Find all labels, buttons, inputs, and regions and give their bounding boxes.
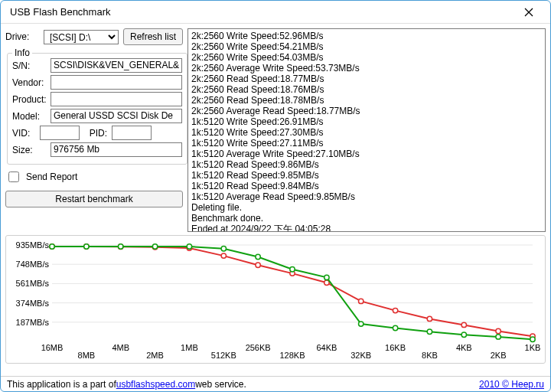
- log-panel[interactable]: 2k:2560 Write Speed:52.96MB/s 2k:2560 Wr…: [187, 28, 546, 232]
- product-label: Product:: [12, 94, 46, 105]
- svg-point-48: [256, 254, 260, 259]
- svg-text:2MB: 2MB: [146, 351, 164, 360]
- model-field[interactable]: General USSD SCSI Disk De: [51, 109, 182, 123]
- svg-text:8MB: 8MB: [78, 351, 96, 360]
- svg-text:8KB: 8KB: [422, 351, 438, 360]
- svg-point-44: [119, 244, 123, 249]
- footer-link[interactable]: usbflashspeed.com: [116, 379, 195, 390]
- svg-text:1MB: 1MB: [181, 343, 198, 352]
- sn-field[interactable]: SCSI\DISK&VEN_GENERAL&: [51, 58, 182, 73]
- drive-select[interactable]: [SCSI] D:\: [44, 30, 119, 44]
- svg-text:561MB/s: 561MB/s: [16, 279, 50, 288]
- svg-text:16KB: 16KB: [385, 343, 406, 352]
- svg-point-32: [221, 253, 226, 258]
- app-window: USB Flash Benchmark Drive: [SCSI] D:\ Re…: [0, 0, 551, 392]
- product-field[interactable]: [51, 92, 182, 106]
- svg-point-50: [324, 275, 329, 279]
- info-group: Info S/N:SCSI\DISK&VEN_GENERAL& Vendor: …: [7, 53, 187, 165]
- svg-text:4MB: 4MB: [112, 343, 129, 352]
- model-label: Model:: [12, 111, 46, 122]
- send-report-label: Send Report: [26, 172, 77, 182]
- svg-point-52: [393, 325, 397, 330]
- drive-row: Drive: [SCSI] D:\ Refresh list: [5, 28, 183, 45]
- svg-point-39: [461, 322, 466, 327]
- svg-text:128KB: 128KB: [279, 351, 305, 360]
- close-icon: [524, 8, 533, 17]
- restart-button[interactable]: Restart benchmark: [5, 191, 183, 207]
- svg-text:2KB: 2KB: [491, 351, 507, 360]
- svg-point-43: [84, 244, 89, 249]
- vid-label: VID:: [12, 128, 35, 139]
- send-report-checkbox[interactable]: [8, 172, 19, 182]
- content-area: Drive: [SCSI] D:\ Refresh list Info S/N:…: [1, 24, 550, 376]
- svg-point-47: [221, 247, 226, 251]
- svg-text:1KB: 1KB: [525, 343, 540, 352]
- close-button[interactable]: [514, 2, 544, 22]
- svg-point-36: [359, 299, 364, 303]
- svg-point-37: [393, 308, 397, 312]
- svg-point-45: [152, 244, 157, 249]
- svg-text:935MB/s: 935MB/s: [16, 240, 50, 250]
- vendor-label: Vendor:: [12, 77, 46, 88]
- svg-text:748MB/s: 748MB/s: [16, 260, 50, 269]
- svg-point-42: [50, 244, 54, 249]
- info-legend: Info: [12, 47, 32, 58]
- svg-text:256KB: 256KB: [246, 343, 271, 352]
- footer-text-post: web service.: [195, 379, 246, 390]
- footer: This application is a part of usbflashsp…: [1, 376, 550, 391]
- send-report-row: Send Report: [5, 169, 183, 185]
- svg-text:187MB/s: 187MB/s: [16, 318, 50, 327]
- svg-text:32KB: 32KB: [350, 351, 371, 360]
- vendor-field[interactable]: [51, 75, 182, 90]
- pid-label: PID:: [84, 128, 107, 139]
- sn-label: S/N:: [12, 60, 46, 71]
- size-label: Size:: [12, 145, 46, 155]
- pid-field[interactable]: [112, 126, 152, 140]
- svg-point-51: [359, 322, 364, 326]
- svg-point-55: [496, 335, 500, 339]
- svg-point-49: [290, 267, 295, 272]
- svg-text:512KB: 512KB: [211, 351, 236, 360]
- window-title: USB Flash Benchmark: [10, 6, 514, 18]
- svg-point-33: [256, 263, 260, 267]
- svg-point-54: [461, 332, 466, 337]
- size-field[interactable]: 976756 Mb: [51, 142, 182, 157]
- svg-point-40: [496, 328, 500, 333]
- top-row: Drive: [SCSI] D:\ Refresh list Info S/N:…: [5, 28, 546, 232]
- svg-point-56: [530, 337, 535, 341]
- drive-label: Drive:: [5, 31, 39, 42]
- svg-text:374MB/s: 374MB/s: [16, 299, 50, 308]
- footer-text-pre: This application is a part of: [7, 379, 116, 390]
- svg-text:64KB: 64KB: [316, 343, 337, 352]
- left-column: Drive: [SCSI] D:\ Refresh list Info S/N:…: [5, 28, 183, 232]
- svg-point-46: [187, 244, 191, 249]
- svg-text:4KB: 4KB: [456, 343, 472, 352]
- titlebar: USB Flash Benchmark: [1, 1, 550, 24]
- benchmark-chart: 187MB/s374MB/s561MB/s748MB/s935MB/s16MB8…: [11, 239, 540, 360]
- svg-point-38: [427, 316, 432, 321]
- vid-field[interactable]: [40, 126, 80, 140]
- svg-point-53: [427, 329, 432, 334]
- svg-text:16MB: 16MB: [41, 343, 64, 352]
- chart-panel: 187MB/s374MB/s561MB/s748MB/s935MB/s16MB8…: [5, 235, 546, 364]
- footer-right-link[interactable]: 2010 © Heep.ru: [479, 379, 544, 390]
- refresh-button[interactable]: Refresh list: [123, 28, 183, 45]
